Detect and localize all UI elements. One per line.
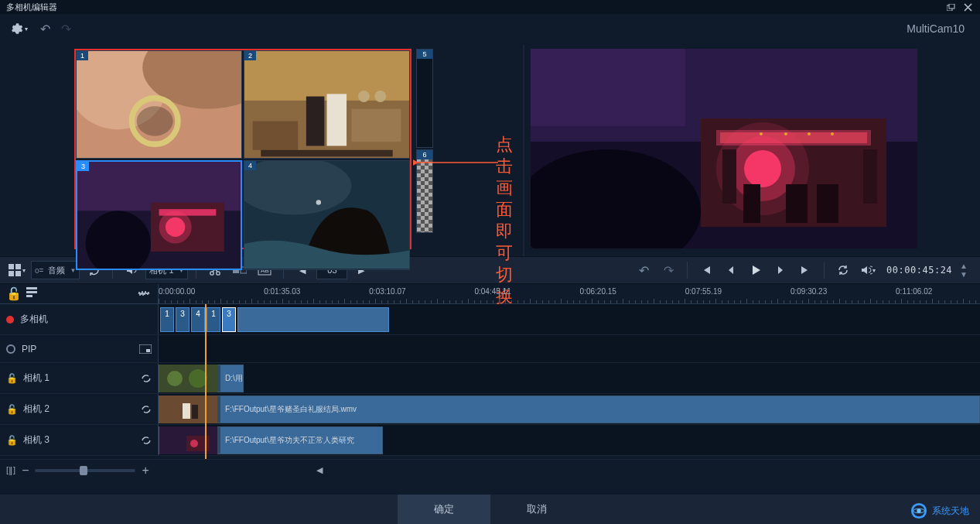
track-camera-1: 🔓 相机 1 D:\用 [0, 363, 980, 394]
multicam-segment-tail[interactable] [237, 307, 389, 332]
svg-point-13 [358, 91, 370, 102]
camera-cell-1[interactable]: 1 [76, 50, 242, 159]
svg-rect-48 [9, 271, 14, 276]
preview-panel [531, 45, 969, 256]
lock-all-icon[interactable]: 🔓 [6, 286, 22, 301]
track-label: 多相机 [20, 313, 48, 326]
track-body-cam1[interactable]: D:\用 [159, 363, 980, 393]
svg-rect-11 [327, 94, 347, 146]
maximize-icon[interactable] [944, 1, 957, 13]
zoom-bar: [‖] − + ◀ [0, 459, 980, 481]
track-label: 相机 3 [23, 433, 50, 447]
clip-label: F:\FFOutput\星爷赌圣白礼服结局.wmv [220, 396, 979, 423]
ruler-tick: 0:04:45.11 [474, 287, 510, 296]
camera-cell-4[interactable]: 4 [244, 160, 410, 269]
prev-frame-button[interactable] [720, 259, 742, 281]
multicam-segment[interactable]: 1 [160, 307, 174, 332]
timeline-head-controls: 🔓 [0, 284, 159, 303]
fit-timeline-button[interactable]: [‖] [6, 465, 15, 475]
playhead[interactable] [205, 304, 207, 459]
svg-rect-46 [9, 264, 14, 269]
source-panel: 1 2 [6, 45, 517, 256]
svg-point-43 [784, 132, 787, 135]
timeline-options-icon[interactable] [26, 286, 37, 301]
pip-indicator [6, 344, 15, 354]
window-title: 多相机编辑器 [6, 2, 57, 13]
svg-rect-60 [146, 349, 150, 352]
settings-button[interactable]: ▾ [8, 18, 29, 39]
camera-cell-2[interactable]: 2 [244, 50, 410, 159]
zoom-handle[interactable] [80, 466, 87, 475]
svg-point-42 [760, 132, 763, 135]
cell-number: 5 [417, 50, 432, 59]
track-body-cam2[interactable]: F:\FFOutput\星爷赌圣白礼服结局.wmv [159, 394, 980, 424]
close-icon[interactable] [961, 1, 974, 13]
track-pip: PIP [0, 335, 980, 363]
camera-cell-3[interactable]: 3 [76, 160, 242, 269]
sync-icon[interactable] [141, 435, 152, 446]
lock-icon[interactable]: 🔓 [6, 435, 17, 446]
preview-viewport[interactable] [531, 49, 917, 248]
svg-rect-57 [26, 291, 37, 293]
ok-button[interactable]: 确定 [398, 495, 490, 524]
top-toolbar: ▾ ↶ ↷ MultiCam10 [0, 14, 980, 43]
volume-button[interactable]: ▾ [857, 259, 879, 281]
time-ruler[interactable]: 0:00:00.000:01:35.030:03:10.070:04:45.11… [159, 284, 980, 303]
undo-playback-button[interactable]: ↶ [633, 259, 654, 281]
loop-button[interactable] [832, 259, 854, 281]
svg-rect-49 [15, 271, 21, 276]
zoom-out-button[interactable]: − [22, 464, 29, 478]
multicam-segment[interactable]: 3 [222, 307, 236, 332]
go-start-button[interactable] [695, 259, 717, 281]
track-body-multicam[interactable]: 1 3 4 1 3 [159, 304, 980, 334]
bottom-bar: 确定 取消 系统天地 [0, 495, 980, 524]
track-body-cam3[interactable]: F:\FFOutput\星爷功夫不正常人类研究 [159, 425, 980, 455]
svg-point-14 [374, 91, 386, 102]
ruler-tick: 0:09:30.23 [790, 287, 827, 296]
multicam-grid: 1 2 [74, 49, 411, 249]
zoom-in-button[interactable]: + [142, 464, 149, 478]
camera-cell-5[interactable]: 5 [416, 49, 433, 148]
multicam-segment[interactable]: 4 [191, 307, 205, 332]
svg-point-21 [159, 211, 192, 244]
redo-button[interactable]: ↷ [61, 22, 71, 36]
redo-playback-button[interactable]: ↷ [657, 259, 679, 281]
audio-sync-dropdown[interactable]: o= 音频 ▼ [31, 261, 80, 279]
multicam-segment[interactable]: 3 [176, 307, 190, 332]
ruler-tick: 0:06:20.15 [580, 287, 616, 296]
clip-thumbnail [159, 426, 217, 454]
record-indicator [6, 316, 14, 324]
svg-rect-65 [183, 403, 190, 419]
svg-point-62 [167, 371, 183, 386]
project-name: MultiCam10 [907, 22, 972, 35]
lock-icon[interactable]: 🔓 [6, 373, 17, 384]
pip-mode-icon[interactable] [139, 344, 152, 354]
zoom-slider[interactable] [35, 469, 135, 472]
cancel-button[interactable]: 取消 [490, 495, 583, 524]
annotation-arrow [413, 157, 498, 168]
grid-view-button[interactable]: ▾ [6, 259, 28, 281]
go-end-button[interactable] [794, 259, 816, 281]
undo-button[interactable]: ↶ [40, 22, 50, 36]
track-label: 相机 2 [23, 402, 50, 416]
ruler-tick: 0:03:10.07 [369, 287, 405, 296]
ruler-tick: 0:11:06.02 [896, 287, 932, 296]
track-body-pip[interactable] [159, 335, 980, 362]
clip-label: F:\FFOutput\星爷功夫不正常人类研究 [220, 427, 382, 454]
svg-rect-10 [306, 97, 324, 146]
timecode-stepper[interactable]: ▲▼ [960, 262, 968, 279]
svg-rect-12 [351, 109, 401, 142]
timeline-header: 🔓 0:00:00.000:01:35.030:03:10.070:04:45.… [0, 284, 980, 304]
waveform-icon[interactable] [138, 289, 152, 299]
multicam-segment[interactable]: 1 [207, 307, 220, 332]
sync-icon[interactable] [141, 404, 152, 415]
track-camera-3: 🔓 相机 3 F:\FFOutput\星爷功夫不正常人类研究 [0, 425, 980, 456]
sync-icon[interactable] [141, 373, 152, 384]
scroll-left-icon[interactable]: ◀ [316, 465, 323, 475]
lock-icon[interactable]: 🔓 [6, 404, 17, 415]
next-frame-button[interactable] [770, 259, 791, 281]
track-label: PIP [22, 344, 36, 354]
timecode-display[interactable]: 00:00:45:24 [882, 265, 957, 276]
svg-point-6 [137, 106, 173, 135]
play-button[interactable] [745, 259, 767, 281]
